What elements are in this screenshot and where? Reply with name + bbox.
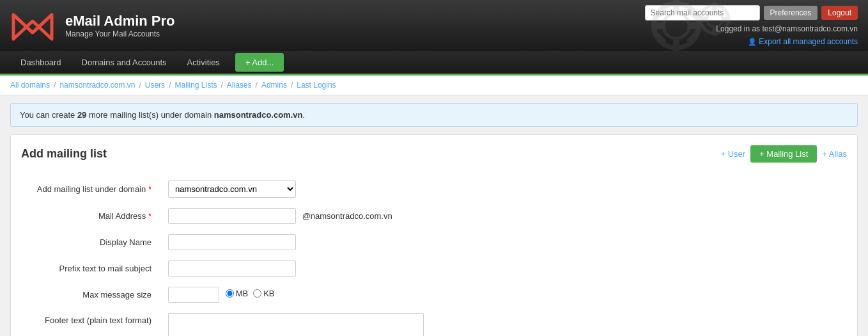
size-unit-group: MB KB bbox=[226, 289, 275, 298]
form-row-prefix: Prefix text to mail subject bbox=[21, 255, 847, 282]
main-content: Add mailing list + User + Mailing List +… bbox=[10, 134, 858, 336]
page-title-row: Add mailing list + User + Mailing List +… bbox=[21, 145, 847, 163]
mail-address-required: * bbox=[148, 211, 151, 221]
navbar: Dashboard Domains and Accounts Activitie… bbox=[0, 51, 868, 76]
info-count: 29 bbox=[77, 110, 86, 120]
add-mailing-list-button[interactable]: + Mailing List bbox=[750, 145, 817, 163]
user-info: Logged in as test@namsontradco.com.vn bbox=[716, 24, 858, 33]
action-buttons: + User + Mailing List + Alias bbox=[720, 145, 847, 163]
mail-address-input[interactable] bbox=[168, 208, 296, 224]
mb-radio[interactable] bbox=[226, 289, 234, 298]
logo-text: eMail Admin Pro Manage Your Mail Account… bbox=[65, 13, 175, 38]
search-input[interactable] bbox=[645, 5, 760, 20]
max-size-label: Max message size bbox=[82, 290, 151, 300]
header-right: Preferences Logout Logged in as test@nam… bbox=[645, 5, 858, 46]
add-button[interactable]: + Add... bbox=[235, 53, 284, 72]
breadcrumb-sep-6: / bbox=[291, 81, 293, 90]
breadcrumb-mailing-lists[interactable]: Mailing Lists bbox=[174, 81, 217, 90]
breadcrumb-sep-3: / bbox=[169, 81, 171, 90]
header-left: eMail Admin Pro Manage Your Mail Account… bbox=[10, 8, 175, 44]
display-name-label: Display Name bbox=[100, 237, 151, 247]
breadcrumb-domain[interactable]: namsontradco.com.vn bbox=[59, 81, 135, 90]
mb-label: MB bbox=[236, 289, 249, 298]
form-row-domain: Add mailing list under domain * namsontr… bbox=[21, 175, 847, 203]
info-box: You can create 29 more mailing list(s) u… bbox=[10, 103, 858, 127]
display-name-input[interactable] bbox=[168, 234, 296, 250]
header-top-right: Preferences Logout bbox=[645, 5, 858, 20]
domain-select[interactable]: namsontradco.com.vn bbox=[168, 180, 296, 198]
footer-plain-textarea[interactable] bbox=[168, 313, 424, 336]
add-alias-button[interactable]: + Alias bbox=[822, 149, 847, 159]
kb-radio-label[interactable]: KB bbox=[253, 289, 274, 298]
nav-domains[interactable]: Domains and Accounts bbox=[72, 51, 177, 74]
breadcrumb: All domains / namsontradco.com.vn / User… bbox=[0, 76, 868, 95]
mb-radio-label[interactable]: MB bbox=[226, 289, 249, 298]
page-title: Add mailing list bbox=[21, 147, 107, 161]
app-title: eMail Admin Pro bbox=[65, 13, 175, 29]
nav-dashboard[interactable]: Dashboard bbox=[10, 51, 72, 74]
preferences-button[interactable]: Preferences bbox=[764, 6, 818, 20]
header: eMail Admin Pro Manage Your Mail Account… bbox=[0, 0, 868, 51]
export-link[interactable]: Export all managed accounts bbox=[748, 37, 858, 46]
mail-address-suffix: @namsontradco.com.vn bbox=[302, 211, 392, 221]
domain-required: * bbox=[148, 184, 151, 194]
domain-label: Add mailing list under domain bbox=[37, 184, 146, 194]
kb-radio[interactable] bbox=[253, 289, 261, 298]
breadcrumb-all-domains[interactable]: All domains bbox=[10, 81, 50, 90]
mail-address-label: Mail Address bbox=[98, 211, 146, 221]
breadcrumb-sep-5: / bbox=[256, 81, 258, 90]
prefix-input[interactable] bbox=[168, 260, 296, 276]
nav-activities[interactable]: Activities bbox=[177, 51, 230, 74]
breadcrumb-admins[interactable]: Admins bbox=[261, 81, 287, 90]
breadcrumb-users[interactable]: Users bbox=[145, 81, 165, 90]
info-domain: namsontradco.com.vn bbox=[214, 110, 303, 120]
logo-icon bbox=[10, 8, 55, 44]
form-row-mail-address: Mail Address * @namsontradco.com.vn bbox=[21, 203, 847, 229]
breadcrumb-last-logins[interactable]: Last Logins bbox=[297, 81, 336, 90]
info-text-middle: more mailing list(s) under domain bbox=[86, 110, 213, 120]
max-size-input[interactable] bbox=[168, 287, 219, 303]
add-mailing-list-form: Add mailing list under domain * namsontr… bbox=[21, 175, 847, 336]
form-row-display-name: Display Name bbox=[21, 229, 847, 255]
kb-label: KB bbox=[263, 289, 274, 298]
logout-button[interactable]: Logout bbox=[821, 6, 858, 20]
breadcrumb-aliases[interactable]: Aliases bbox=[227, 81, 252, 90]
breadcrumb-sep-1: / bbox=[54, 81, 56, 90]
info-text-before: You can create bbox=[20, 110, 77, 120]
app-subtitle: Manage Your Mail Accounts bbox=[65, 29, 175, 38]
breadcrumb-sep-2: / bbox=[139, 81, 141, 90]
form-row-max-size: Max message size MB KB bbox=[21, 282, 847, 308]
form-row-footer-plain: Footer text (plain text format) bbox=[21, 308, 847, 336]
breadcrumb-sep-4: / bbox=[221, 81, 223, 90]
add-user-button[interactable]: + User bbox=[720, 149, 745, 159]
prefix-label: Prefix text to mail subject bbox=[59, 264, 152, 273]
footer-plain-label: Footer text (plain text format) bbox=[45, 316, 151, 325]
info-text-after: . bbox=[302, 110, 305, 120]
